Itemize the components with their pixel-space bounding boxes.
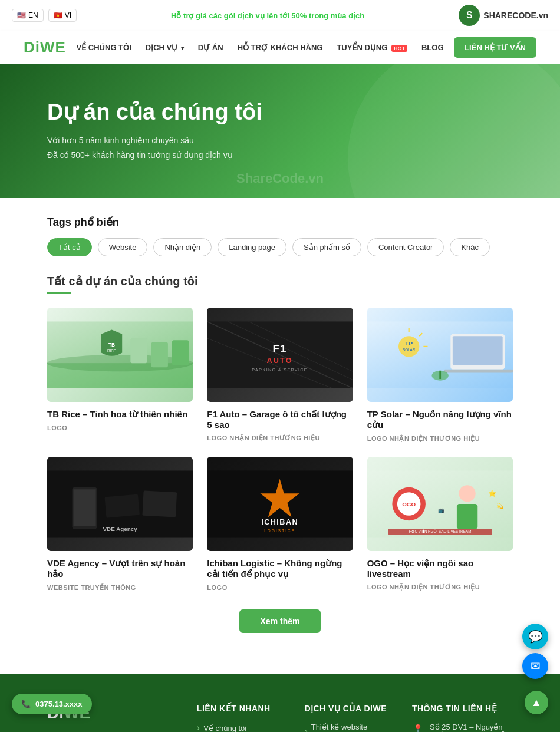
footer-grid: DiWE Diwe Agency cung cấp giải pháp Digi…: [47, 704, 513, 732]
footer-contact-col: THÔNG TIN LIÊN HỆ 📍 Số 25 DV1 – Nguyễn K…: [412, 704, 513, 732]
footer-services-title: DỊCH VỤ CỦA DIWE: [304, 704, 388, 713]
tags-title: Tags phổ biến: [47, 216, 513, 229]
tag-landing-page[interactable]: Landing page: [218, 238, 286, 256]
project-card-tbrice[interactable]: TB RICE TB Rice – Tinh hoa từ thiên nhiê…: [47, 308, 193, 443]
hero-title: Dự án của chúng tôi: [47, 99, 513, 125]
nav-services[interactable]: DỊCH VỤ ▾: [146, 43, 184, 52]
project-name-f1auto: F1 Auto – Garage ô tô chất lượng 5 sao: [207, 409, 353, 430]
main-nav: VỀ CHÚNG TÔI DỊCH VỤ ▾ DỰ ÁN HỖ TRỢ KHÁC…: [77, 43, 444, 52]
flag-en: 🇺🇸: [17, 11, 26, 19]
svg-text:TP: TP: [405, 341, 413, 347]
project-card-ichiban[interactable]: ICHIBAN LOGISTICS Ichiban Logistic – Khô…: [207, 457, 353, 592]
project-name-tpsolar: TP Solar – Nguồn năng lượng vĩnh cửu: [367, 409, 513, 430]
svg-rect-25: [444, 370, 513, 373]
svg-text:⭐: ⭐: [488, 489, 497, 497]
project-category-ogo: LOGO NHẬN DIỆN THƯƠNG HIỆU: [367, 583, 513, 591]
lang-en-button[interactable]: 🇺🇸 EN: [12, 9, 44, 22]
lang-en-label: EN: [28, 11, 38, 19]
svg-rect-6: [151, 342, 168, 367]
svg-rect-27: [439, 371, 441, 379]
svg-text:💫: 💫: [496, 502, 504, 510]
footer-contact-title: THÔNG TIN LIÊN HỆ: [412, 704, 513, 713]
tag-all[interactable]: Tất cả: [47, 238, 92, 256]
svg-rect-43: [457, 504, 477, 529]
load-more-section: Xem thêm: [47, 609, 513, 633]
contact-button[interactable]: LIÊN HỆ TƯ VẤN: [454, 37, 536, 58]
project-card-vde[interactable]: VDE Agency VDE Agency – Vượt trên sự hoà…: [47, 457, 193, 592]
svg-rect-38: [367, 471, 513, 538]
project-name-ichiban: Ichiban Logistic – Không ngừng cải tiến …: [207, 558, 353, 579]
footer-services-col: DỊCH VỤ CỦA DIWE Thiết kế website chuyên…: [304, 704, 388, 732]
location-icon: 📍: [412, 724, 424, 732]
project-name-vde: VDE Agency – Vượt trên sự hoàn hảo: [47, 558, 193, 579]
float-phone-number: 0375.13.xxxx: [35, 700, 83, 708]
hot-badge: HOT: [391, 45, 407, 52]
svg-point-4: [47, 355, 193, 371]
footer-service-1[interactable]: Thiết kế website chuyên nghiệp: [304, 723, 388, 732]
project-card-tpsolar[interactable]: TP SOLAR TP Solar – Nguồn năng lượng vĩn…: [367, 308, 513, 443]
scroll-to-top-button[interactable]: ▲: [525, 691, 548, 714]
nav-projects[interactable]: DỰ ÁN: [198, 43, 223, 52]
nav-support[interactable]: HỖ TRỢ KHÁCH HÀNG: [238, 43, 323, 52]
sharecode-name: SHARECODE.vn: [483, 11, 548, 20]
tags-list: Tất cả Website Nhận diện Landing page Sả…: [47, 238, 513, 256]
tag-nhan-dien[interactable]: Nhận diện: [153, 238, 212, 256]
svg-text:📺: 📺: [438, 508, 444, 515]
tag-website[interactable]: Website: [98, 238, 148, 256]
svg-text:AUTO: AUTO: [267, 357, 293, 365]
language-switcher[interactable]: 🇺🇸 EN 🇻🇳 VI: [12, 9, 77, 22]
float-messenger[interactable]: ✉: [522, 653, 548, 679]
logo-text: DiWE: [24, 38, 66, 56]
site-logo[interactable]: DiWE: [24, 38, 66, 57]
project-name-ogo: OGO – Học viện ngôi sao livestream: [367, 558, 513, 579]
projects-section: Tất cả dự án của chúng tôi TB RICE: [0, 262, 560, 674]
svg-rect-5: [130, 338, 147, 363]
load-more-button[interactable]: Xem thêm: [239, 609, 321, 633]
hero-watermark: ShareCode.vn: [236, 171, 324, 186]
hero-section: Dự án của chúng tôi Với hơn 5 năm kinh n…: [0, 64, 560, 198]
footer-links-title: LIÊN KẾT NHANH: [197, 704, 281, 713]
projects-grid: TB RICE TB Rice – Tinh hoa từ thiên nhiê…: [47, 308, 513, 592]
arrow-up-icon: ▲: [531, 697, 542, 709]
svg-text:LOGISTICS: LOGISTICS: [265, 529, 296, 533]
project-card-ogo[interactable]: OGO ⭐ 💫 📺 HỌC VIỆN NGÔI SAO LIVESTREAM O…: [367, 457, 513, 592]
project-card-f1auto[interactable]: F1 AUTO PARKING & SERVICE F1 Auto – Gara…: [207, 308, 353, 443]
project-category-tpsolar: LOGO NHẬN DIỆN THƯƠNG HIỆU: [367, 435, 513, 443]
chat-icon-1: 💬: [528, 629, 543, 644]
lang-vi-button[interactable]: 🇻🇳 VI: [48, 9, 77, 22]
project-category-vde: WEBSITE TRUYỀN THÔNG: [47, 584, 193, 592]
svg-text:F1: F1: [273, 343, 287, 355]
svg-rect-7: [172, 341, 189, 365]
tag-khac[interactable]: Khác: [450, 238, 490, 256]
sharecode-icon: S: [459, 5, 480, 26]
tag-san-pham-so[interactable]: Sản phẩm số: [292, 238, 361, 256]
tag-content-creator[interactable]: Content Creator: [367, 238, 444, 256]
nav-about[interactable]: VỀ CHÚNG TÔI: [77, 43, 131, 52]
svg-text:ICHIBAN: ICHIBAN: [262, 518, 299, 527]
float-phone-button[interactable]: 📞 0375.13.xxxx: [12, 694, 92, 714]
sharecode-logo: S SHARECODE.vn: [459, 5, 548, 26]
svg-rect-32: [142, 491, 177, 517]
footer-links-col: LIÊN KẾT NHANH Về chúng tôi Tuyển dụng H…: [197, 704, 281, 732]
project-image-tpsolar: TP SOLAR: [367, 308, 513, 402]
flag-vi: 🇻🇳: [54, 11, 62, 19]
project-image-f1auto: F1 AUTO PARKING & SERVICE: [207, 308, 353, 402]
nav-recruitment[interactable]: TUYỂN DỤNG HOT: [337, 43, 407, 52]
messenger-icon: ✉: [531, 659, 541, 673]
svg-text:HỌC VIỆN NGÔI SAO LIVESTREAM: HỌC VIỆN NGÔI SAO LIVESTREAM: [409, 529, 472, 535]
project-image-ichiban: ICHIBAN LOGISTICS: [207, 457, 353, 551]
hero-line2: Đã có 500+ khách hàng tin tưởng sử dụng …: [47, 148, 513, 163]
promo-highlight: lên tới 50%: [266, 11, 307, 20]
nav-blog[interactable]: BLOG: [421, 43, 444, 52]
footer-link-1[interactable]: Về chúng tôi: [197, 723, 281, 732]
services-dropdown-arrow: ▾: [181, 45, 184, 51]
promo-text: Hỗ trợ giá các gói dịch vụ lên tới 50% t…: [171, 11, 364, 20]
svg-point-42: [459, 486, 475, 502]
project-name-tbrice: TB Rice – Tinh hoa từ thiên nhiên: [47, 409, 193, 420]
float-chat-tawk[interactable]: 💬: [522, 624, 548, 649]
tags-section: Tags phổ biến Tất cả Website Nhận diện L…: [0, 198, 560, 262]
project-image-vde: VDE Agency: [47, 457, 193, 551]
svg-text:OGO: OGO: [402, 501, 416, 507]
svg-rect-24: [453, 337, 503, 365]
projects-title: Tất cả dự án của chúng tôi: [47, 274, 513, 288]
